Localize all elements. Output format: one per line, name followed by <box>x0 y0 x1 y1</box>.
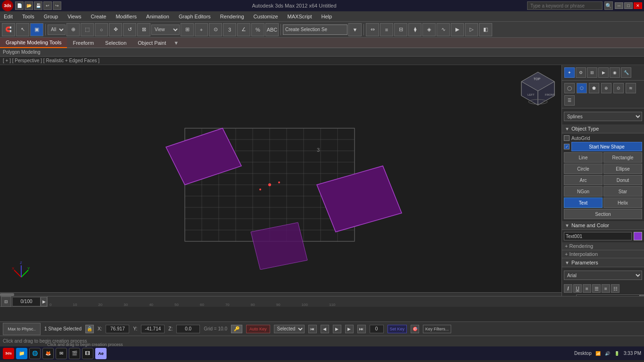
sub-icon-4[interactable]: ⊕ <box>601 83 611 93</box>
sub-icon-6[interactable]: ≋ <box>626 83 636 93</box>
panel-icon-motion[interactable]: ▶ <box>598 67 609 78</box>
align-center[interactable]: ☰ <box>592 284 601 293</box>
btn-donut[interactable]: Donut <box>603 175 642 185</box>
close-button[interactable]: ✕ <box>634 2 642 9</box>
key-filters-button[interactable]: Key Filters... <box>423 325 451 333</box>
desktop-label[interactable]: Desktop <box>574 351 592 356</box>
object-name-input[interactable] <box>564 232 632 240</box>
viewport[interactable]: 3 TOP LEFT FRONT <box>0 65 561 296</box>
set-key-button[interactable]: Set Key <box>388 325 407 333</box>
key-icon[interactable]: 🔑 <box>231 325 242 333</box>
tb-scale[interactable]: ⊠ <box>137 23 150 36</box>
tab-graphite-modeling[interactable]: Graphite Modeling Tools <box>0 38 67 48</box>
tb-rotate[interactable]: ↺ <box>123 23 136 36</box>
minimize-button[interactable]: ─ <box>615 2 623 9</box>
max-to-physx-item[interactable]: Max to Physc.. <box>3 323 41 335</box>
menu-graph-editors[interactable]: Graph Editors <box>177 13 213 20</box>
menu-maxscript[interactable]: MAXScript <box>286 13 314 20</box>
btn-star[interactable]: Star <box>603 186 642 197</box>
next-frame[interactable]: ⏭ <box>357 325 366 333</box>
tb-angle[interactable]: ∠ <box>237 23 250 36</box>
taskbar-app-chrome[interactable]: 🌐 <box>29 348 41 359</box>
tb-redo[interactable]: ↪ <box>53 1 61 10</box>
rendering-header[interactable]: + Rendering <box>562 242 644 250</box>
tb-render2[interactable]: ▷ <box>465 23 478 36</box>
battery-icon[interactable]: 🔋 <box>613 350 621 357</box>
tb-snap[interactable]: + <box>195 23 208 36</box>
timeline-playback-icon[interactable]: ⊟ <box>1 296 11 307</box>
prev-key[interactable]: ◀ <box>321 325 329 333</box>
tb-magnet[interactable]: 🧲 <box>2 23 15 36</box>
menu-customize[interactable]: Customize <box>252 13 280 20</box>
btn-rectangle[interactable]: Rectangle <box>603 152 642 163</box>
tb-material[interactable]: ◈ <box>422 23 436 36</box>
btn-text[interactable]: Text <box>564 197 603 208</box>
parameters-collapse[interactable]: ▼ <box>565 260 570 265</box>
autogrid-checkbox[interactable] <box>564 135 570 141</box>
btn-ellipse[interactable]: Ellipse <box>603 164 642 174</box>
y-coord[interactable] <box>141 325 165 333</box>
tb-select-object[interactable]: ⊕ <box>66 23 80 36</box>
key-filters-icon[interactable]: 🎯 <box>411 325 419 333</box>
tb-align[interactable]: ≡ <box>380 23 393 36</box>
tab-selection[interactable]: Selection <box>99 38 132 48</box>
btn-ngon[interactable]: NGon <box>564 186 603 197</box>
viewport-scrollbar-handle[interactable] <box>0 293 14 296</box>
tb-snap2[interactable]: ⊙ <box>209 23 222 36</box>
selected-dropdown[interactable]: Selected <box>274 325 305 333</box>
object-type-collapse[interactable]: ▼ <box>565 126 570 132</box>
timeline-ruler[interactable]: 0 10 20 30 40 50 60 70 80 90 100 110 <box>47 296 644 307</box>
panel-icon-modify[interactable]: ⚙ <box>576 67 586 78</box>
tb-mirror[interactable]: ⇔ <box>366 23 379 36</box>
btn-circle[interactable]: Circle <box>564 164 603 174</box>
tb-active-shade[interactable]: ◧ <box>479 23 492 36</box>
tb-abc[interactable]: ABC <box>265 23 279 36</box>
play-button[interactable]: ▶ <box>333 325 341 333</box>
taskbar-app-premiere[interactable]: 🎞 <box>82 348 93 359</box>
panel-icon-display[interactable]: ◉ <box>610 67 620 78</box>
tb-lasso[interactable]: ○ <box>95 23 108 36</box>
btn-arc[interactable]: Arc <box>564 175 603 185</box>
volume-icon[interactable]: 🔊 <box>604 350 611 357</box>
color-swatch[interactable] <box>634 232 642 240</box>
panel-icon-utilities[interactable]: 🔧 <box>621 67 631 78</box>
prev-frame[interactable]: ⏮ <box>308 325 317 333</box>
tb-percent[interactable]: % <box>251 23 264 36</box>
menu-animation[interactable]: Animation <box>144 13 171 20</box>
btn-helix[interactable]: Helix <box>603 197 642 208</box>
frame-input[interactable] <box>370 325 384 333</box>
start-new-shape-checkbox[interactable]: ✓ <box>564 144 570 149</box>
tb-render[interactable]: ▶ <box>451 23 464 36</box>
navigation-cube[interactable]: TOP LEFT FRONT <box>519 70 557 107</box>
tb-select-region[interactable]: ⬚ <box>81 23 94 36</box>
font-underline[interactable]: U <box>573 284 582 293</box>
menu-create[interactable]: Create <box>89 13 108 20</box>
taskbar-app-3dsmax[interactable]: 3ds <box>3 348 14 359</box>
panel-icon-create[interactable]: ✦ <box>564 67 575 78</box>
z-coord[interactable] <box>176 325 200 333</box>
tb-select[interactable]: ↖ <box>16 23 29 36</box>
menu-group[interactable]: Group <box>42 13 60 20</box>
start-new-shape-btn[interactable]: Start New Shape <box>571 142 642 151</box>
menu-views[interactable]: Views <box>66 13 83 20</box>
create-sel-dropdown[interactable]: ▼ <box>348 23 362 36</box>
object-type-header[interactable]: ▼ Object Type <box>562 124 644 133</box>
tb-select2[interactable]: ▣ <box>30 23 43 36</box>
font-italic[interactable]: I <box>564 284 572 293</box>
filter-dropdown[interactable]: All <box>48 25 66 35</box>
tb-place[interactable]: ⊞ <box>181 23 194 36</box>
align-left[interactable]: ≡ <box>583 284 591 293</box>
sub-icon-5[interactable]: ⊙ <box>613 83 624 93</box>
menu-tools[interactable]: Tools <box>20 13 36 20</box>
tb-move[interactable]: ✥ <box>109 23 122 36</box>
font-dropdown[interactable]: Arial <box>564 271 642 280</box>
name-color-header[interactable]: ▼ Name and Color <box>562 221 644 230</box>
search-input[interactable] <box>527 1 603 10</box>
interpolation-header[interactable]: + Interpolation <box>562 250 644 258</box>
view-dropdown[interactable]: View <box>151 25 180 35</box>
align-right[interactable]: ≡ <box>602 284 610 293</box>
tb-3[interactable]: 3 <box>223 23 236 36</box>
tab-freeform[interactable]: Freeform <box>67 38 99 48</box>
network-icon[interactable]: 📶 <box>594 350 602 357</box>
tb-curve[interactable]: ∿ <box>437 23 450 36</box>
